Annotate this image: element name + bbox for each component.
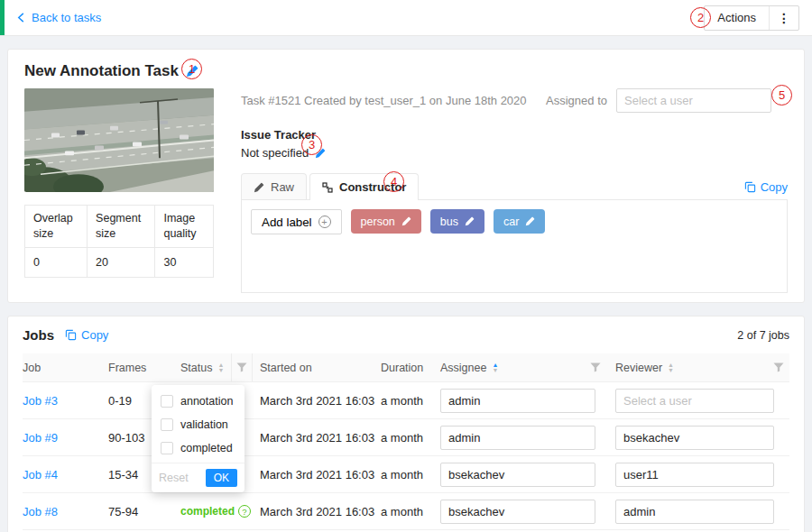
assignee-input[interactable] bbox=[440, 389, 595, 413]
assignee-filter-trigger[interactable] bbox=[590, 362, 601, 372]
param-value: 0 bbox=[25, 247, 88, 277]
sort-caret-down-icon[interactable]: ▼ bbox=[217, 368, 224, 373]
pencil-icon bbox=[254, 182, 264, 193]
more-menu-icon[interactable]: ⋮ bbox=[770, 6, 798, 30]
assignee-input[interactable] bbox=[440, 463, 595, 487]
add-label-text: Add label bbox=[262, 216, 312, 229]
filter-reset-button[interactable]: Reset bbox=[159, 472, 189, 484]
filter-ok-button[interactable]: OK bbox=[206, 469, 237, 487]
checkbox[interactable] bbox=[161, 418, 173, 431]
param-value: 30 bbox=[155, 247, 214, 277]
label-tag-person[interactable]: person bbox=[351, 209, 421, 234]
filter-funnel-icon[interactable] bbox=[236, 362, 247, 372]
edit-label-icon[interactable] bbox=[525, 216, 535, 226]
add-label-button[interactable]: Add label + bbox=[251, 209, 342, 234]
column-duration: Duration bbox=[381, 353, 440, 381]
assignee-cell bbox=[440, 500, 615, 524]
jobs-table-header: Job Frames Status ▲ ▼ Started on Duratio… bbox=[23, 353, 789, 382]
jobs-title: Jobs bbox=[23, 327, 54, 343]
copy-labels-link[interactable]: Copy bbox=[744, 180, 788, 200]
assignee-select-input[interactable] bbox=[616, 88, 771, 113]
reviewer-cell bbox=[615, 426, 789, 450]
sort-caret-down-icon[interactable]: ▼ bbox=[492, 368, 498, 373]
callout-1: 1 bbox=[181, 59, 202, 79]
column-reviewer-label: Reviewer bbox=[615, 362, 662, 374]
reviewer-input[interactable] bbox=[615, 463, 774, 487]
reviewer-cell bbox=[615, 500, 789, 524]
tab-raw[interactable]: Raw bbox=[241, 173, 307, 200]
started-cell: March 3rd 2021 16:03 bbox=[253, 505, 381, 518]
column-started-on: Started on bbox=[253, 353, 381, 381]
actions-button[interactable]: Actions ⋮ bbox=[704, 5, 799, 31]
highway-photo-illustration bbox=[24, 88, 214, 192]
filter-funnel-icon[interactable] bbox=[590, 362, 601, 372]
checkbox[interactable] bbox=[161, 442, 173, 454]
label-tag-car[interactable]: car bbox=[494, 209, 545, 234]
filter-option-annotation[interactable]: annotation bbox=[152, 390, 245, 413]
filter-funnel-icon[interactable] bbox=[773, 362, 784, 372]
checkbox[interactable] bbox=[161, 395, 173, 408]
reviewer-filter-trigger[interactable] bbox=[773, 362, 784, 372]
assignee-cell bbox=[440, 426, 615, 450]
callout-5: 5 bbox=[771, 85, 792, 105]
tab-raw-label: Raw bbox=[271, 180, 294, 194]
duration-cell: a month bbox=[381, 431, 440, 445]
callout-2: 2 bbox=[690, 7, 711, 28]
back-to-tasks-link[interactable]: Back to tasks bbox=[16, 11, 101, 24]
duration-cell: a month bbox=[381, 468, 440, 482]
param-header: Image quality bbox=[155, 206, 214, 248]
sort-carets[interactable]: ▲ ▼ bbox=[492, 362, 498, 373]
table-row: Job #3 0-19 March 3rd 2021 16:03 a month bbox=[23, 382, 789, 419]
actions-label: Actions bbox=[705, 6, 769, 30]
assignee-cell bbox=[440, 463, 615, 487]
column-reviewer[interactable]: Reviewer ▲ ▼ bbox=[615, 353, 789, 381]
status-help-icon[interactable]: ? bbox=[238, 505, 251, 518]
duration-cell: a month bbox=[381, 505, 440, 518]
copy-label-text: Copy bbox=[81, 328, 108, 342]
frames-cell: 75-94 bbox=[108, 505, 180, 518]
duration-cell: a month bbox=[381, 394, 440, 408]
sort-carets[interactable]: ▲ ▼ bbox=[668, 362, 674, 373]
assignee-input[interactable] bbox=[440, 500, 595, 524]
task-meta-text: Task #1521 Created by test_user_1 on Jun… bbox=[241, 88, 527, 107]
filter-option-label: completed bbox=[180, 442, 233, 454]
reviewer-input[interactable] bbox=[615, 426, 774, 450]
assignee-input[interactable] bbox=[440, 426, 595, 450]
job-link[interactable]: Job #9 bbox=[23, 431, 108, 445]
status-filter-trigger[interactable] bbox=[231, 353, 253, 381]
sort-carets[interactable]: ▲ ▼ bbox=[217, 362, 224, 373]
started-cell: March 3rd 2021 16:03 bbox=[253, 394, 381, 408]
filter-option-completed[interactable]: completed bbox=[152, 436, 245, 460]
filter-option-label: annotation bbox=[180, 395, 233, 408]
filter-option-validation[interactable]: validation bbox=[152, 413, 245, 436]
column-assignee[interactable]: Assignee ▲ ▼ bbox=[440, 353, 615, 381]
column-status-label: Status bbox=[180, 362, 212, 374]
column-status[interactable]: Status ▲ ▼ bbox=[180, 353, 231, 381]
label-tag-text: person bbox=[361, 216, 395, 228]
status-filter-dropdown: annotation validation completed Reset OK bbox=[152, 385, 245, 492]
reviewer-input[interactable] bbox=[615, 500, 774, 524]
reviewer-input[interactable] bbox=[615, 389, 774, 413]
column-job: Job bbox=[23, 353, 108, 381]
param-header: Segment size bbox=[88, 206, 155, 248]
job-link[interactable]: Job #4 bbox=[23, 468, 108, 482]
table-row: Job #9 90-103 March 3rd 2021 16:03 a mon… bbox=[23, 419, 789, 456]
started-cell: March 3rd 2021 16:03 bbox=[253, 431, 381, 445]
edit-label-icon[interactable] bbox=[465, 216, 475, 226]
job-link[interactable]: Job #3 bbox=[23, 394, 108, 408]
status-text: completed bbox=[180, 505, 235, 518]
param-value: 20 bbox=[88, 247, 155, 277]
edit-label-icon[interactable] bbox=[401, 216, 411, 226]
label-tag-bus[interactable]: bus bbox=[430, 209, 484, 234]
sort-caret-down-icon[interactable]: ▼ bbox=[668, 368, 674, 373]
filter-option-label: validation bbox=[180, 418, 228, 431]
callout-3: 3 bbox=[301, 134, 322, 155]
column-frames: Frames bbox=[108, 353, 180, 381]
constructor-icon bbox=[322, 182, 333, 193]
labels-constructor-panel: Add label + person bus car bbox=[241, 199, 788, 293]
copy-icon bbox=[65, 329, 77, 341]
back-to-tasks-label: Back to tasks bbox=[32, 11, 101, 24]
copy-jobs-link[interactable]: Copy bbox=[65, 328, 108, 342]
job-link[interactable]: Job #8 bbox=[23, 505, 108, 518]
jobs-count: 2 of 7 jobs bbox=[737, 329, 789, 342]
